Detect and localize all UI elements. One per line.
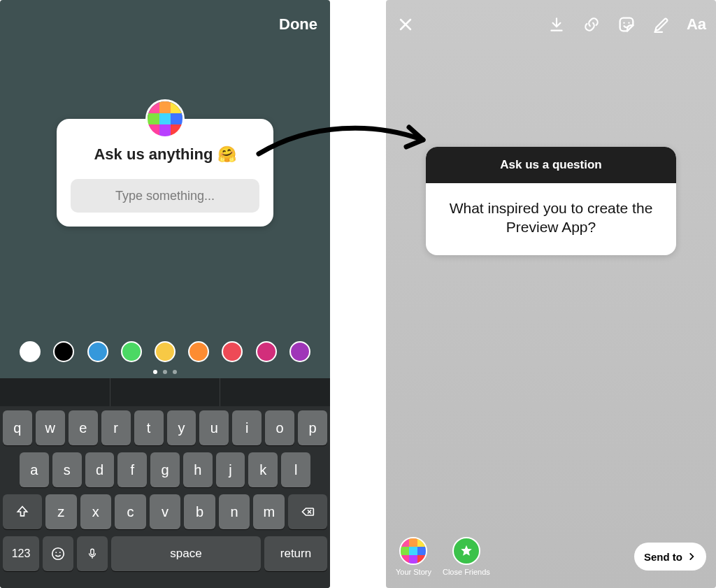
- key-a[interactable]: a: [20, 452, 49, 487]
- color-swatch-4[interactable]: [155, 341, 176, 362]
- color-swatch-6[interactable]: [222, 341, 243, 362]
- color-swatch-5[interactable]: [188, 341, 209, 362]
- keyboard-row-3: zxcvbnm: [3, 494, 327, 529]
- space-key[interactable]: space: [111, 536, 261, 571]
- key-g[interactable]: g: [150, 452, 180, 487]
- close-friends-label: Close Friends: [443, 568, 490, 576]
- key-d[interactable]: d: [85, 452, 115, 487]
- color-swatch-0[interactable]: [20, 341, 41, 362]
- key-r[interactable]: r: [101, 410, 131, 445]
- avatar: [145, 99, 185, 138]
- close-icon[interactable]: [396, 15, 415, 34]
- keyboard-row-4: 123 space return: [3, 536, 327, 571]
- key-l[interactable]: l: [281, 452, 310, 487]
- done-button[interactable]: Done: [279, 15, 317, 34]
- sticker-question-body: What inspired you to create the Preview …: [426, 183, 676, 255]
- key-e[interactable]: e: [69, 410, 98, 445]
- page-dot: [163, 370, 167, 374]
- mic-key[interactable]: [77, 536, 108, 571]
- editor-tools: Aa: [547, 15, 706, 34]
- page-dot: [173, 370, 177, 374]
- key-m[interactable]: m: [253, 494, 285, 529]
- shift-key[interactable]: [3, 494, 42, 529]
- color-picker-row: [0, 341, 330, 362]
- key-z[interactable]: z: [45, 494, 77, 529]
- key-b[interactable]: b: [184, 494, 215, 529]
- phone-left-story-editor: Done Ask us anything 🤗 Type something...…: [0, 0, 330, 588]
- tutorial-canvas: Done Ask us anything 🤗 Type something...…: [0, 0, 716, 588]
- spacer: [330, 0, 386, 588]
- numbers-key[interactable]: 123: [3, 536, 39, 571]
- phone-right-story-preview: Aa Ask us a question What inspired you t…: [386, 0, 716, 588]
- page-dot: [153, 370, 157, 374]
- svg-point-1: [55, 552, 57, 553]
- right-top-bar: Aa: [386, 0, 716, 49]
- page-dots: [153, 370, 177, 374]
- question-sticker-editor[interactable]: Ask us anything 🤗 Type something...: [57, 119, 273, 227]
- color-swatch-3[interactable]: [121, 341, 142, 362]
- key-x[interactable]: x: [80, 494, 112, 529]
- left-top-bar: Done: [0, 0, 330, 49]
- close-friends-button[interactable]: Close Friends: [443, 537, 490, 576]
- key-w[interactable]: w: [36, 410, 65, 445]
- chevron-right-icon: [687, 552, 696, 561]
- key-y[interactable]: y: [167, 410, 196, 445]
- key-q[interactable]: q: [3, 410, 32, 445]
- key-o[interactable]: o: [265, 410, 294, 445]
- answer-input[interactable]: Type something...: [71, 179, 259, 213]
- key-c[interactable]: c: [115, 494, 146, 529]
- right-bottom-bar: Your Story Close Friends Send to: [386, 525, 716, 588]
- keyboard-row-2: asdfghjkl: [3, 452, 327, 487]
- text-icon[interactable]: Aa: [687, 15, 706, 34]
- keyboard-suggestions-bar[interactable]: [0, 378, 330, 406]
- key-i[interactable]: i: [232, 410, 262, 445]
- your-story-label: Your Story: [396, 568, 431, 576]
- close-friends-star-icon: [452, 537, 480, 565]
- key-s[interactable]: s: [52, 452, 82, 487]
- ios-keyboard: qwertyuiop asdfghjkl zxcvbnm 123 space r…: [0, 406, 330, 588]
- emoji-key[interactable]: [43, 536, 73, 571]
- question-answer-sticker[interactable]: Ask us a question What inspired you to c…: [426, 147, 676, 255]
- svg-rect-3: [91, 549, 94, 554]
- draw-icon[interactable]: [652, 15, 671, 34]
- send-to-button[interactable]: Send to: [634, 543, 706, 571]
- key-v[interactable]: v: [150, 494, 181, 529]
- svg-point-5: [628, 22, 629, 24]
- sticker-icon[interactable]: [617, 15, 636, 34]
- send-to-label: Send to: [644, 551, 682, 563]
- backspace-key[interactable]: [288, 494, 327, 529]
- sticker-question-head: Ask us a question: [426, 147, 676, 183]
- color-swatch-1[interactable]: [53, 341, 74, 362]
- svg-point-0: [52, 548, 64, 560]
- color-swatch-2[interactable]: [87, 341, 108, 362]
- prompt-text: Ask us anything: [94, 145, 217, 163]
- key-u[interactable]: u: [199, 410, 229, 445]
- link-icon[interactable]: [582, 15, 601, 34]
- key-n[interactable]: n: [219, 494, 250, 529]
- question-prompt-text[interactable]: Ask us anything 🤗: [71, 145, 259, 164]
- key-h[interactable]: h: [183, 452, 213, 487]
- hug-emoji: 🤗: [217, 145, 236, 163]
- key-j[interactable]: j: [216, 452, 245, 487]
- key-f[interactable]: f: [117, 452, 147, 487]
- key-t[interactable]: t: [134, 410, 164, 445]
- color-swatch-8[interactable]: [289, 341, 310, 362]
- svg-point-4: [623, 22, 624, 24]
- color-swatch-7[interactable]: [256, 341, 277, 362]
- download-icon[interactable]: [547, 15, 566, 34]
- return-key[interactable]: return: [264, 536, 327, 571]
- keyboard-row-1: qwertyuiop: [3, 410, 327, 445]
- key-k[interactable]: k: [248, 452, 278, 487]
- key-p[interactable]: p: [298, 410, 327, 445]
- your-story-button[interactable]: Your Story: [396, 537, 431, 576]
- svg-point-2: [59, 552, 61, 553]
